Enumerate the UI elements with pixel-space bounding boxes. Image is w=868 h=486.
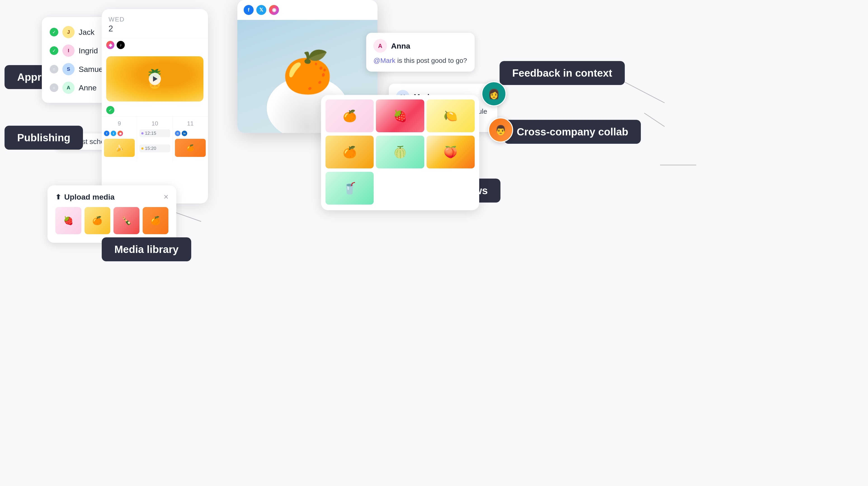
post-header: f 𝕏 ◉	[237, 0, 377, 20]
play-triangle-icon	[153, 76, 158, 82]
tw-icon-9: t	[111, 131, 116, 136]
purple-dot	[141, 132, 144, 134]
post-social-icons: f 𝕏 ◉	[244, 5, 279, 15]
cal-col-10: 10 12:15 15:20	[137, 117, 173, 162]
svg-line-4	[644, 113, 664, 127]
upload-title: ⬆ Upload media	[55, 192, 115, 202]
upload-icon: ⬆	[55, 193, 61, 201]
calendar-lower: 9 f t ◉ 🍌 10 12:15 15:20	[102, 116, 208, 162]
media-thumbnails: 🍓 🍊 🍾 🍊	[55, 207, 168, 236]
social-icons-9: f t ◉	[104, 129, 135, 138]
cal-day-num: 2	[108, 24, 201, 33]
upload-close-button[interactable]: ×	[164, 192, 168, 202]
name-jack: Jack	[79, 28, 94, 37]
status-pending-samuel: ○	[50, 65, 58, 73]
scene: Approvals ✓ J Jack ✓ I Ingrid ○ S Samuel…	[0, 0, 868, 486]
planning-panel: WED 2 ◈ ♪ 🍍 ✓ 9	[102, 9, 208, 204]
timeslot-1520: 15:20	[140, 145, 170, 152]
name-samuel: Samuel	[79, 65, 105, 74]
cal-date-9: 9	[104, 120, 135, 127]
media-cell-7: 🥤	[326, 172, 374, 205]
timeslot-1215: 12:15	[140, 129, 170, 137]
cal-day-label: WED	[108, 16, 201, 23]
upload-title-text: Upload media	[64, 192, 115, 202]
li-icon-11: in	[182, 131, 187, 136]
anna-name: Anna	[391, 41, 410, 51]
ig-icon-9: ◉	[118, 131, 123, 136]
instagram-icon-post: ◉	[269, 5, 279, 15]
media-cell-4: 🍊	[326, 135, 374, 169]
name-anne: Anne	[79, 83, 96, 92]
thumb-wrap-2: 🍊	[85, 207, 111, 236]
fb-icon-9: f	[104, 131, 110, 136]
media-cell-1: 🍊	[326, 99, 374, 132]
media-grid-panel: 🍊 🍓 🍋 🍊 🍈 🍑	[321, 95, 479, 210]
avatar-anna: A	[373, 39, 387, 53]
social-icons-row-1: ◈ ♪	[102, 38, 208, 52]
thumb-wrap-3: 🍾	[114, 207, 140, 236]
time-1215: 12:15	[145, 131, 156, 136]
avatar-anne: A	[62, 82, 74, 94]
publishing-label: Publishing	[4, 126, 83, 150]
cal-date-10: 10	[140, 120, 170, 127]
media-cell-5: 🍈	[376, 135, 424, 169]
play-button[interactable]	[149, 73, 161, 85]
check-circle: ✓	[106, 106, 114, 114]
upload-header: ⬆ Upload media ×	[55, 192, 168, 202]
media-thumb-3[interactable]: 🍾	[114, 207, 140, 234]
status-approved-jack: ✓	[50, 28, 58, 36]
media-cell-2: 🍓	[376, 99, 424, 132]
avatar-samuel: S	[62, 63, 74, 75]
avatar-jack: J	[62, 26, 74, 38]
anna-message: @Mark is this post good to go?	[373, 56, 467, 65]
collab-user-1: 👩	[482, 81, 506, 106]
time-1520: 15:20	[145, 146, 156, 151]
status-approved-ingrid: ✓	[50, 46, 58, 55]
upload-media-panel: ⬆ Upload media × 🍓 🍊 🍾 🍊	[48, 185, 176, 243]
instagram-icon: ◈	[106, 41, 114, 49]
feedback-in-context-label: Feedback in context	[500, 61, 625, 85]
media-thumb-1[interactable]: 🍓	[55, 207, 81, 234]
g-icon-11: G	[175, 131, 180, 136]
collab-user-2: 👨	[488, 118, 513, 143]
media-cell-6: 🍑	[427, 135, 475, 169]
facebook-icon: f	[244, 5, 254, 15]
name-ingrid: Ingrid	[79, 46, 98, 55]
feedback-bubble-anna: A Anna @Mark is this post good to go?	[366, 33, 475, 72]
media-grid: 🍊 🍓 🍋 🍊 🍈 🍑	[326, 99, 475, 206]
cross-company-collab-label: Cross-company collab	[504, 120, 641, 144]
mini-post-11: 🍊	[175, 139, 206, 157]
calendar-header: WED 2	[102, 9, 208, 38]
anna-header: A Anna	[373, 39, 467, 53]
thumb-wrap-4: 🍊	[143, 207, 168, 236]
cal-post-item-1: 🍍	[106, 56, 204, 101]
anna-mention: @Mark	[373, 57, 395, 64]
media-cell-3: 🍋	[427, 99, 475, 132]
cal-post-image: 🍍	[106, 56, 204, 101]
cal-col-11: 11 G in 🍊	[173, 117, 208, 162]
avatar-ingrid: I	[62, 44, 74, 57]
anna-text: is this post good to go?	[397, 57, 467, 64]
media-thumb-4[interactable]: 🍊	[143, 207, 168, 234]
twitter-icon: 𝕏	[256, 5, 266, 15]
status-pending-anne: ○	[50, 83, 58, 92]
media-library-label: Media library	[102, 237, 191, 261]
media-thumb-2[interactable]: 🍊	[85, 207, 111, 234]
cal-col-9: 9 f t ◉ 🍌	[102, 117, 137, 162]
yellow-dot	[141, 147, 144, 150]
cal-date-11: 11	[175, 120, 206, 127]
thumb-wrap-1: 🍓	[55, 207, 81, 236]
mini-post-9: 🍌	[104, 139, 135, 157]
social-icons-11: G in	[175, 129, 206, 138]
tiktok-icon: ♪	[117, 41, 125, 49]
